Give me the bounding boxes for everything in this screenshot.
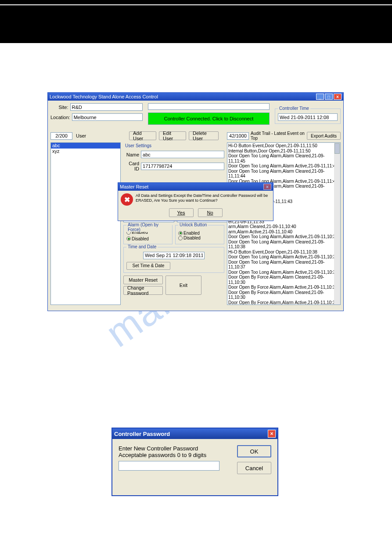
- audit-label: Audit Trail - Latest Event on Top: [251, 131, 305, 141]
- reset-message: All Data and Settings Except the Date/Ti…: [136, 193, 270, 206]
- cpass-title: Controller Password: [114, 431, 268, 437]
- exit-button[interactable]: Exit: [165, 276, 201, 295]
- cardid-label: Card ID: [123, 161, 141, 171]
- cardid-input[interactable]: [141, 163, 224, 170]
- yes-button[interactable]: Yes: [169, 208, 194, 217]
- unlock-disabled-radio[interactable]: Disabled: [178, 236, 201, 240]
- connect-button[interactable]: Controller Connected. Click to Disconnec…: [148, 112, 270, 125]
- audit-entry[interactable]: Door Open Too Long Alarm,Alarm Cleared,2…: [228, 169, 339, 179]
- audit-entry[interactable]: arm,Alarm Cleared,21-09-11,10:40: [228, 224, 339, 229]
- time-date-value[interactable]: [143, 252, 205, 259]
- delete-user-button[interactable]: Delete User: [189, 131, 219, 140]
- change-password-button[interactable]: Change Password: [123, 286, 163, 295]
- controller-time-value[interactable]: [278, 113, 338, 121]
- cancel-button[interactable]: Cancel: [237, 462, 271, 474]
- audit-entry[interactable]: Door Open Too Long Alarm,Alarm Cleared,2…: [228, 239, 339, 250]
- cpass-input[interactable]: [119, 461, 219, 471]
- time-date-label: Time and Date: [126, 244, 158, 249]
- scrollbar[interactable]: [334, 143, 340, 305]
- site-label: Site:: [50, 105, 70, 110]
- name-input[interactable]: [141, 151, 224, 158]
- controller-time-label: Controller Time: [278, 106, 310, 111]
- reset-title: Master Reset: [120, 184, 263, 189]
- set-time-date-button[interactable]: Set Time & Date: [126, 262, 170, 270]
- add-user-button[interactable]: Add User: [129, 131, 156, 140]
- audit-counter: 42/1000: [227, 132, 249, 140]
- name-label: Name: [123, 152, 141, 157]
- controller-password-dialog: Controller Password × Enter New Controll…: [111, 428, 278, 496]
- audit-entry[interactable]: Internal Button,Door Open,21-09-11,11:50: [228, 149, 339, 154]
- master-reset-button[interactable]: Master Reset: [123, 276, 163, 284]
- window-title: Lockwood Technology Stand Alone Access C…: [50, 94, 315, 99]
- audit-entry[interactable]: Door Open Too Long Alarm,Alarm Cleared,2…: [228, 260, 339, 270]
- audit-entry[interactable]: Door Open Too Long Alarm,Alarm Active,21…: [228, 234, 339, 239]
- site-input[interactable]: [70, 103, 143, 111]
- audit-entry[interactable]: Door Open Too Long Alarm,Alarm Active,21…: [228, 254, 339, 260]
- user-listbox[interactable]: abc xyz: [50, 142, 121, 305]
- maximize-button[interactable]: □: [325, 94, 333, 100]
- audit-entry[interactable]: arm,Alarm Active,21-09-11,10:40: [228, 229, 339, 235]
- alarm-disabled-radio[interactable]: Disabled: [126, 236, 149, 241]
- location-input[interactable]: [72, 113, 143, 121]
- location-label: Location:: [50, 115, 72, 120]
- cpass-line1: Enter New Controller Password: [119, 445, 231, 452]
- audit-entry[interactable]: Door Open By Force Alarm,Alarm Active,21…: [228, 285, 339, 290]
- audit-entry[interactable]: Door Open By Force Alarm,Alarm Cleared,2…: [228, 290, 339, 300]
- audit-entry[interactable]: Door Open Too Long Alarm,Alarm Active,21…: [228, 270, 339, 275]
- user-counter: 2/200: [50, 132, 72, 140]
- minimize-button[interactable]: _: [316, 94, 324, 100]
- titlebar: Lockwood Technology Stand Alone Access C…: [48, 93, 343, 101]
- unlock-button-label: Unlock Button: [178, 222, 208, 227]
- user-settings-label: User Settings: [125, 143, 224, 148]
- audit-entry[interactable]: Door Open Too Long Alarm,Alarm Active,21…: [228, 163, 339, 169]
- reset-close-button[interactable]: ×: [263, 184, 271, 190]
- no-button[interactable]: No: [198, 208, 223, 217]
- close-button[interactable]: ×: [334, 94, 342, 100]
- ok-button[interactable]: OK: [237, 445, 271, 457]
- audit-entry[interactable]: Door Open By Force Alarm,Alarm Cleared,2…: [228, 275, 339, 285]
- list-item[interactable]: xyz: [51, 149, 120, 154]
- edit-user-button[interactable]: Edit User: [159, 131, 186, 140]
- user-label: User: [72, 133, 86, 138]
- unlock-enabled-radio[interactable]: Enabled: [178, 231, 200, 236]
- cpass-line2: Acceptable passwords 0 to 9 digits: [119, 452, 231, 458]
- scrollbar-thumb[interactable]: [334, 143, 340, 154]
- audit-entry[interactable]: Hi-O Button Event,Door Open,21-09-11,10:…: [228, 250, 339, 255]
- master-reset-dialog: Master Reset × ✖ All Data and Settings E…: [118, 182, 273, 221]
- audit-entry[interactable]: Door Open Too Long Alarm,Alarm Cleared,2…: [228, 153, 339, 163]
- error-icon: ✖: [121, 193, 133, 206]
- cpass-close-button[interactable]: ×: [268, 430, 276, 438]
- list-item[interactable]: abc: [51, 143, 120, 149]
- alarm-force-label: Alarm (Open by Force): [126, 222, 172, 232]
- export-audits-button[interactable]: Export Audits: [307, 132, 341, 140]
- audit-listbox[interactable]: Hi-O Button Event,Door Open,21-09-11,11:…: [227, 142, 341, 305]
- audit-entry[interactable]: Hi-O Button Event,Door Open,21-09-11,11:…: [228, 143, 339, 149]
- status-input[interactable]: [148, 103, 270, 110]
- audit-entry[interactable]: Door Open By Force Alarm,Alarm Active,21…: [228, 300, 339, 305]
